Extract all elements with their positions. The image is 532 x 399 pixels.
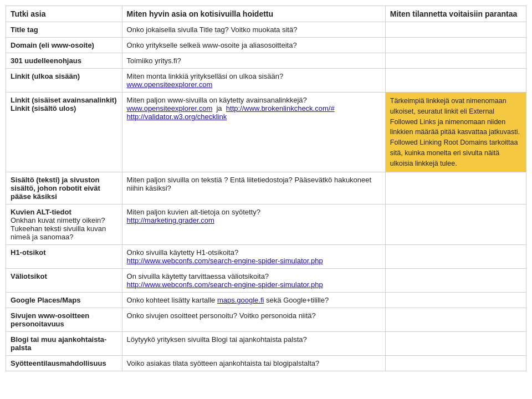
row-desc-301: Toimiiko yritys.fi?: [122, 53, 385, 69]
row-improve-blogi: [385, 332, 526, 356]
row-label-personoitavuus: Sivujen www-osoitteen personoitavuus: [6, 308, 122, 332]
table-row: Sisältö (teksti) ja sivuston sisältö, jo…: [6, 172, 526, 204]
row-desc-google-places: Onko kohteet lisätty kartalle maps.googl…: [122, 293, 385, 308]
row-desc-sisalto: Miten paljon sivuilla on tekstiä ? Entä …: [122, 172, 385, 204]
row-label-domain: Domain (eli www-osoite): [6, 38, 122, 53]
table-row: Syötteentilausmahdollisuus Voiko asiakas…: [6, 356, 526, 371]
row-label-google-places: Google Places/Maps: [6, 293, 122, 308]
row-desc-valiotsikot: On sivuilla käytetty tarvittaessa väliot…: [122, 269, 385, 293]
table-row: Kuvien ALT-tiedot Onkhan kuvat nimetty o…: [6, 204, 526, 245]
row-label-sisalto: Sisältö (teksti) ja sivuston sisältö, jo…: [6, 172, 122, 204]
main-page: Tutki asia Miten hyvin asia on kotisivui…: [0, 0, 532, 399]
table-row: H1-otsikot Onko sivuilla käytetty H1-ots…: [6, 245, 526, 269]
row-improve-domain: [385, 38, 526, 53]
main-table: Tutki asia Miten hyvin asia on kotisivui…: [6, 6, 526, 371]
row-label-title-tag: Title tag: [6, 22, 122, 38]
table-row: Title tag Onko jokaisella sivulla Title …: [6, 22, 526, 38]
row-desc-syotteentilaus: Voiko asiakas tilata syötteen ajankohtai…: [122, 356, 385, 371]
link-mapsfi[interactable]: maps.google.fi: [217, 296, 264, 304]
header-col2: Miten hyvin asia on kotisivuilla hoidett…: [122, 6, 385, 22]
header-col1: Tutki asia: [6, 6, 122, 22]
row-desc-linkit-sisaiset: Miten paljon www-sivuilla on käytetty av…: [122, 93, 385, 172]
header-col3: Miten tilannetta voitaisiin parantaa: [385, 6, 526, 22]
table-row: 301 uudelleenohjaus Toimiiko yritys.fi?: [6, 53, 526, 69]
link-opensiteexplorer[interactable]: www.opensiteexplorer.com: [127, 80, 213, 89]
row-desc-title-tag: Onko jokaisella sivulla Title tag? Voitk…: [122, 22, 385, 38]
table-row: Google Places/Maps Onko kohteet lisätty …: [6, 293, 526, 308]
link-marketinggrader[interactable]: http://marketing.grader.com: [127, 216, 214, 224]
row-improve-google-places: [385, 293, 526, 308]
row-label-301: 301 uudelleenohjaus: [6, 53, 122, 69]
row-label-kuvat: Kuvien ALT-tiedot Onkhan kuvat nimetty o…: [6, 204, 122, 245]
table-row: Domain (eli www-osoite) Onko yritykselle…: [6, 38, 526, 53]
link-w3validator[interactable]: http://validator.w3.org/checklink: [127, 112, 227, 121]
row-improve-h1: [385, 245, 526, 269]
link-opensiteexplorer2[interactable]: www.opensiteexplorer.com: [127, 104, 213, 112]
row-label-linkit-sisaiset: Linkit (sisäiset avainsanalinkit) Linkit…: [6, 93, 122, 172]
table-row-linkit-sisaiset: Linkit (sisäiset avainsanalinkit) Linkit…: [6, 93, 526, 172]
row-improve-301: [385, 53, 526, 69]
row-improve-linkit-ulkoa: [385, 69, 526, 93]
row-label-valiotsikot: Väliotsikot: [6, 269, 122, 293]
row-improve-personoitavuus: [385, 308, 526, 332]
row-desc-kuvat: Miten paljon kuvien alt-tietoja on syöte…: [122, 204, 385, 245]
row-improve-valiotsikot: [385, 269, 526, 293]
table-row: Sivujen www-osoitteen personoitavuus Onk…: [6, 308, 526, 332]
row-desc-personoitavuus: Onko sivujen osoitteet personoitu? Voitk…: [122, 308, 385, 332]
row-improve-linkit-sisaiset: Tärkeimpiä linkkejä ovat nimenomaan ulko…: [385, 93, 526, 172]
row-desc-h1: Onko sivuilla käytetty H1-otsikoita? htt…: [122, 245, 385, 269]
row-label-blogi: Blogi tai muu ajankohtaista-palsta: [6, 332, 122, 356]
row-desc-blogi: Löytyykö yrityksen sivuilta Blogi tai aj…: [122, 332, 385, 356]
row-desc-domain: Onko yritykselle selkeä www-osoite ja al…: [122, 38, 385, 53]
link-webconfs1[interactable]: http://www.webconfs.com/search-engine-sp…: [127, 257, 323, 265]
table-row: Linkit (ulkoa sisään) Miten monta linkki…: [6, 69, 526, 93]
row-label-h1: H1-otsikot: [6, 245, 122, 269]
row-improve-kuvat: [385, 204, 526, 245]
link-brokenlinkcheck[interactable]: http://www.brokenlinkcheck.com/#: [226, 104, 335, 112]
row-label-syotteentilaus: Syötteentilausmahdollisuus: [6, 356, 122, 371]
row-label-linkit-ulkoa: Linkit (ulkoa sisään): [6, 69, 122, 93]
link-webconfs2[interactable]: http://www.webconfs.com/search-engine-sp…: [127, 280, 323, 289]
table-row: Blogi tai muu ajankohtaista-palsta Löyty…: [6, 332, 526, 356]
table-row: Väliotsikot On sivuilla käytetty tarvitt…: [6, 269, 526, 293]
row-improve-sisalto: [385, 172, 526, 204]
row-improve-syotteentilaus: [385, 356, 526, 371]
row-desc-linkit-ulkoa: Miten monta linkkiä yritykselläsi on ulk…: [122, 69, 385, 93]
row-improve-title-tag: [385, 22, 526, 38]
